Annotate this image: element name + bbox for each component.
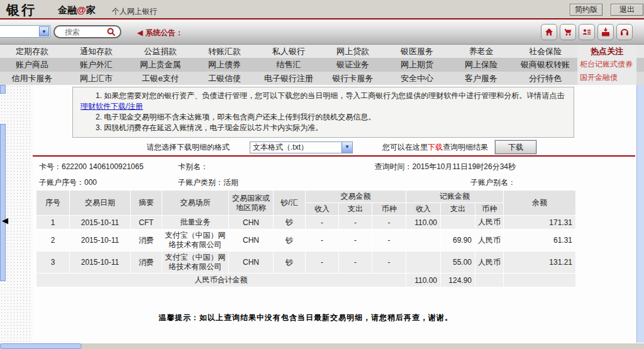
cell: 人民币 (475, 252, 504, 274)
contacts-icon[interactable] (579, 24, 595, 40)
nav-item[interactable]: 私人银行 (257, 45, 321, 58)
nav-item[interactable]: 定期存款 (0, 45, 64, 58)
nav-row-2: 账户商品 账户外汇 网上贵金属 网上债券 结售汇 银证业务 网上期货 网上保险 … (0, 58, 644, 71)
footer-tip: 温馨提示：如以上查询结果中没有包含当日最新交易明细，请您稍后再查，谢谢。 (36, 313, 575, 323)
format-select[interactable]: 文本格式（.txt） ▼ (250, 141, 353, 153)
nav-item[interactable]: 网上期货 (385, 58, 449, 71)
nav-item[interactable]: 转账汇款 (192, 45, 257, 58)
red-separator (33, 155, 635, 157)
nav-item[interactable]: 通知存款 (64, 45, 128, 58)
nav-item[interactable]: 分行特色 (513, 72, 577, 85)
logout-button[interactable]: 退出 (611, 4, 643, 16)
nav-item[interactable]: 社会保险 (513, 45, 577, 58)
col-abstract: 摘要 (131, 191, 162, 216)
nav-item[interactable]: 客户服务 (449, 72, 513, 85)
nav-item[interactable]: 养老金 (449, 45, 513, 58)
left-frame-divider[interactable] (0, 124, 6, 281)
left-scrollbar-top[interactable] (0, 85, 6, 94)
brand-text: 金融@家 (58, 4, 96, 16)
cell (504, 274, 576, 287)
nav-item[interactable]: 结售汇 (257, 58, 321, 71)
at-mark: @ (77, 4, 86, 15)
menu-combobox[interactable]: ▼ (0, 25, 50, 38)
simple-version-button[interactable]: 简约版 (570, 4, 602, 16)
sub-account-seq-value: 000 (84, 178, 97, 187)
horizontal-scrollbar[interactable] (0, 343, 82, 349)
system-announcement: ◀系统公告： (137, 28, 183, 38)
nav-item[interactable]: 银行卡服务 (321, 72, 385, 85)
nav-item[interactable]: 账户商品 (0, 58, 64, 71)
nav-item[interactable]: 工银e支付 (128, 72, 192, 85)
nav-item[interactable]: 工银信使 (192, 72, 257, 85)
cell: CHN (229, 216, 274, 230)
hot-topic-link[interactable]: 柜台记账式债券 (580, 58, 634, 71)
collapse-left-icon[interactable]: ◀ (2, 216, 8, 225)
search-box[interactable] (53, 25, 121, 38)
nav-item[interactable]: 公益捐款 (128, 45, 192, 58)
summary-label: 人民币合计金额 (36, 274, 406, 287)
cell: - (372, 216, 406, 230)
nav-item[interactable]: 网上保险 (449, 58, 513, 71)
summary-expense: 124.90 (441, 274, 475, 287)
hint-pre: 您可以在这里 (382, 143, 428, 152)
download-row: 请您选择下载明细的格式 文本格式（.txt） ▼ 您可以在这里下载查询明细结果 … (33, 140, 575, 155)
cell: CFT (131, 216, 162, 230)
cell: - (339, 252, 372, 274)
table-row: 3 2015-10-11 消费 支付宝（中国）网络技术有限公司 CHN 钞 - … (36, 252, 576, 274)
brand-post: 家 (86, 4, 96, 15)
cell: 1 (36, 216, 70, 230)
content-area: ◀ 1. 如果您需要对您的银行资产、负债进行管理，您可以下载您的当日明细，导入工… (0, 85, 644, 343)
nav-item[interactable]: 网上贵金属 (128, 58, 192, 71)
nav-item[interactable]: 信用卡服务 (0, 72, 64, 85)
col-seq: 序号 (36, 191, 70, 216)
cell: 批量业务 (162, 216, 229, 230)
cell (406, 252, 441, 274)
search-icon[interactable] (106, 27, 116, 37)
nav-item[interactable]: 网上贷款 (321, 45, 385, 58)
cell: 110.00 (406, 216, 441, 230)
notice-line-2: 2. 电子现金交易明细不含未达账项，即未包含商户还未上传到我行的脱机交易信息。 (80, 112, 566, 123)
query-time-label: 查询时间： (374, 162, 412, 171)
format-select-value: 文本格式（.txt） (253, 143, 308, 152)
download-button[interactable]: 下载 (495, 140, 536, 154)
col-book-expense: 支出 (441, 203, 475, 216)
table-header-row: 序号 交易日期 摘要 交易场所 交易国家或地区简称 钞/汇 交易金额 记账金额 … (36, 191, 576, 203)
nav-item[interactable]: 账户外汇 (64, 58, 128, 71)
page-subtitle: 个人网上银行 (112, 6, 157, 17)
shopping-cart-icon[interactable] (560, 24, 576, 40)
cell: 人民币 (475, 216, 504, 230)
nav-item[interactable]: 安全中心 (385, 72, 449, 85)
nav-item[interactable]: 电子银行注册 (257, 72, 321, 85)
right-scrollbar[interactable] (636, 85, 644, 343)
mail-download-icon[interactable] (597, 24, 614, 40)
cell: 钞 (274, 230, 306, 252)
cell: - (372, 230, 406, 252)
finance-software-link[interactable]: 理财软件下载/注册 (80, 102, 143, 111)
cell: 69.90 (441, 230, 475, 252)
home-icon[interactable] (541, 24, 557, 40)
summary-income: 110.00 (406, 274, 441, 287)
account-info-row-1: 卡号：622200 1406100921065 卡别名： 查询时间：2015年1… (33, 162, 575, 172)
card-number-value: 622200 1406100921065 (62, 162, 143, 171)
col-group-book: 记账金额 (406, 191, 504, 203)
hot-topic-link[interactable]: 国开金融债 (580, 71, 634, 84)
query-time: 查询时间：2015年10月11日19时26分34秒 (374, 162, 516, 172)
cell: - (306, 216, 339, 230)
chevron-down-icon[interactable]: ▼ (341, 142, 352, 153)
sub-account-seq: 子账户序号：000 (39, 177, 97, 188)
nav-item[interactable]: 银医服务 (385, 45, 449, 58)
cell: 61.31 (504, 230, 576, 252)
search-input[interactable] (65, 28, 103, 36)
nav-item[interactable]: 银商银权转账 (513, 58, 577, 71)
nav-item[interactable]: 网上汇市 (64, 72, 128, 85)
hint-post: 查询明细结果 (443, 143, 488, 152)
chevron-down-icon[interactable]: ▼ (39, 26, 49, 36)
sub-account-alias: 子账户别名： (470, 177, 516, 188)
cell: 171.31 (504, 216, 576, 230)
customer-service-icon[interactable] (616, 24, 633, 40)
nav-item[interactable]: 网上债券 (192, 58, 257, 71)
cell: - (306, 230, 339, 252)
title-bar: 银行 金融@家 个人网上银行 简约版 退出 (0, 0, 644, 18)
col-txn-currency: 币种 (372, 203, 406, 216)
nav-item[interactable]: 银证业务 (321, 58, 385, 71)
